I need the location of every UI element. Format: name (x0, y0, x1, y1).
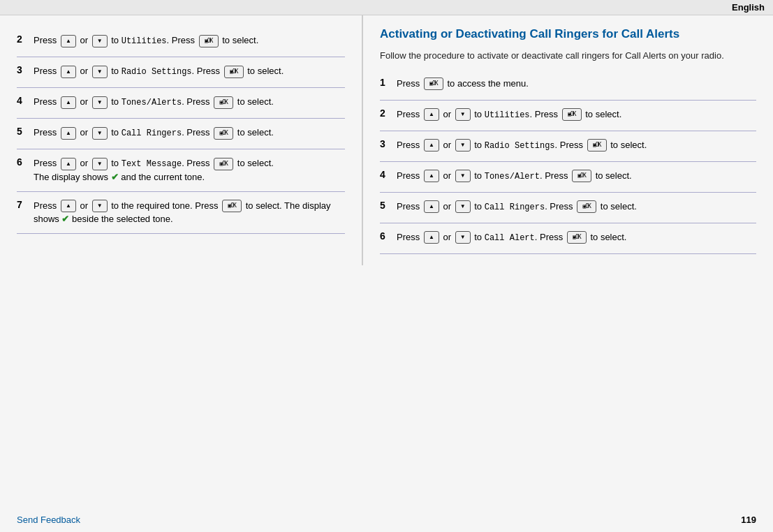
step-content: Press or to Call Ringers. Press ▣OK to s… (397, 200, 756, 216)
step-number: 2 (17, 34, 34, 50)
step-content: Press or to Call Ringers. Press ▣OK to s… (34, 126, 345, 142)
step: 5 Press or to Call Ringers. Press ▣OK to… (380, 193, 756, 223)
page-number: 119 (741, 515, 756, 525)
ok-button-icon: ▣OK (214, 127, 233, 140)
right-column: Activating or Deactivating Call Ringers … (363, 15, 773, 265)
down-button-icon (455, 108, 471, 121)
ok-button-icon: ▣OK (424, 77, 443, 90)
down-button-icon (92, 200, 108, 212)
step-number: 6 (17, 156, 34, 184)
down-button-icon (92, 96, 108, 109)
ok-button-icon: ▣OK (214, 158, 233, 170)
step-number: 4 (17, 95, 34, 111)
down-button-icon (92, 158, 108, 170)
ok-button-icon: ▣OK (222, 200, 242, 212)
ok-button-icon: ▣OK (572, 170, 591, 182)
ok-button-icon: ▣OK (577, 200, 596, 213)
up-button-icon (61, 35, 76, 47)
down-button-icon (455, 200, 471, 213)
main-content: 2 Press or to Utilities. Press ▣OK to se… (0, 15, 773, 265)
step: 3 Press or to Radio Settings. Press ▣OK … (17, 57, 345, 88)
step-content: Press or to Text Message. Press ▣OK to s… (34, 156, 345, 184)
step-number: 3 (380, 138, 397, 154)
step-number: 2 (380, 108, 397, 124)
step-content: Press ▣OK to access the menu. (397, 77, 756, 93)
footer: Send Feedback (0, 515, 363, 525)
down-button-icon (92, 127, 108, 140)
language-label: English (732, 2, 765, 13)
down-button-icon (455, 170, 471, 182)
ok-button-icon: ▣OK (224, 66, 244, 78)
up-button-icon (61, 158, 76, 170)
step-number: 7 (17, 199, 34, 226)
down-button-icon (455, 231, 471, 244)
step: 4 Press or to Tones/Alerts. Press ▣OK to… (17, 88, 345, 119)
up-button-icon (424, 108, 439, 121)
step-content: Press or to the required tone. Press ▣OK… (34, 199, 345, 226)
step: 2 Press or to Utilities. Press ▣OK to se… (17, 27, 345, 57)
step-content: Press or to Call Alert. Press ▣OK to sel… (397, 230, 756, 246)
step-content: Press or to Tones/Alerts. Press ▣OK to s… (34, 95, 345, 111)
step-content: Press or to Utilities. Press ▣OK to sele… (397, 108, 756, 124)
checkmark-icon: ✔ (111, 172, 119, 182)
up-button-icon (61, 200, 76, 212)
step-number: 5 (380, 200, 397, 216)
up-button-icon (424, 200, 439, 213)
ok-button-icon: ▣OK (214, 96, 233, 109)
step: 7 Press or to the required tone. Press ▣… (17, 192, 345, 234)
ok-button-icon: ▣OK (562, 108, 582, 121)
checkmark-icon: ✔ (61, 214, 69, 224)
up-button-icon (61, 66, 76, 78)
step: 6 Press or to Call Alert. Press ▣OK to s… (380, 223, 756, 254)
step: 2 Press or to Utilities. Press ▣OK to se… (380, 101, 756, 131)
up-button-icon (424, 139, 439, 152)
top-bar: English (0, 0, 773, 15)
step: 1 Press ▣OK to access the menu. (380, 70, 756, 101)
step-content: Press or to Radio Settings. Press ▣OK to… (34, 64, 345, 80)
down-button-icon (455, 139, 471, 152)
up-button-icon (61, 96, 76, 109)
step: 6 Press or to Text Message. Press ▣OK to… (17, 149, 345, 192)
step-number: 5 (17, 126, 34, 142)
step-content: Press or to Tones/Alert. Press ▣OK to se… (397, 169, 756, 185)
step-number: 6 (380, 230, 397, 246)
down-button-icon (92, 35, 108, 47)
up-button-icon (424, 170, 439, 182)
left-column: 2 Press or to Utilities. Press ▣OK to se… (0, 15, 363, 265)
step-number: 1 (380, 77, 397, 93)
section-intro: Follow the procedure to activate or deac… (380, 49, 756, 63)
down-button-icon (92, 66, 108, 78)
step-number: 3 (17, 64, 34, 80)
ok-button-icon: ▣OK (567, 231, 587, 244)
step: 4 Press or to Tones/Alert. Press ▣OK to … (380, 162, 756, 193)
ok-button-icon: ▣OK (587, 139, 607, 152)
step: 5 Press or to Call Ringers. Press ▣OK to… (17, 119, 345, 149)
up-button-icon (61, 127, 76, 140)
ok-button-icon: ▣OK (199, 35, 219, 47)
send-feedback-link[interactable]: Send Feedback (17, 515, 80, 525)
step: 3 Press or to Radio Settings. Press ▣OK … (380, 131, 756, 162)
section-title: Activating or Deactivating Call Ringers … (380, 27, 756, 42)
step-number: 4 (380, 169, 397, 185)
step-content: Press or to Radio Settings. Press ▣OK to… (397, 138, 756, 154)
up-button-icon (424, 231, 439, 244)
step-content: Press or to Utilities. Press ▣OK to sele… (34, 34, 345, 50)
